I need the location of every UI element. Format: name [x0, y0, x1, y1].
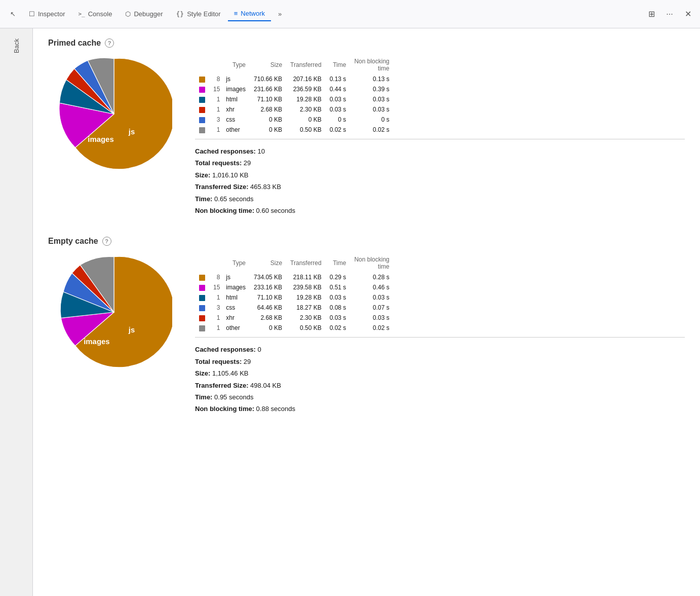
- primed-cache-chart-table: js images Type Size Transfer: [48, 56, 685, 216]
- col-type: Type: [224, 56, 250, 74]
- row-swatch: [195, 125, 209, 135]
- responsive-design-button[interactable]: ⊞: [643, 6, 659, 22]
- row-swatch: [195, 292, 209, 303]
- style-editor-icon: {}: [176, 10, 184, 18]
- col-size: Size: [250, 56, 286, 74]
- row-transferred: 2.30 KB: [286, 104, 326, 115]
- row-type: css: [224, 115, 250, 125]
- network-button[interactable]: ≡ Network: [228, 7, 271, 21]
- row-nonblocking: 0.13 s: [350, 74, 393, 84]
- summary-line: Transferred Size: 498.04 KB: [195, 380, 685, 391]
- table-row: 1 xhr 2.68 KB 2.30 KB 0.03 s 0.03 s: [195, 313, 394, 323]
- toolbar: ↖ ☐ Inspector >_ Console ⬡ Debugger {} S…: [0, 0, 700, 28]
- row-transferred: 0.50 KB: [286, 323, 326, 333]
- row-transferred: 2.30 KB: [286, 313, 326, 323]
- col-count: [209, 56, 224, 74]
- primed-cache-table-container: Type Size Transferred Time Non blockingt…: [195, 56, 685, 216]
- row-count: 8: [209, 74, 224, 84]
- row-count: 1: [209, 125, 224, 135]
- row-transferred: 218.11 KB: [286, 272, 326, 282]
- row-time: 0.02 s: [326, 323, 351, 333]
- primed-cache-help-icon[interactable]: ?: [105, 39, 114, 48]
- row-size: 71.10 KB: [250, 292, 286, 303]
- row-transferred: 236.59 KB: [286, 84, 326, 94]
- summary-line: Cached responses: 10: [195, 145, 685, 157]
- row-swatch: [195, 84, 209, 94]
- row-transferred: 19.28 KB: [286, 292, 326, 303]
- primed-cache-table: Type Size Transferred Time Non blockingt…: [195, 56, 394, 135]
- sidebar: Back: [0, 28, 33, 596]
- empty-cache-header: Empty cache ?: [48, 237, 685, 246]
- row-size: 710.66 KB: [250, 74, 286, 84]
- inspector-button[interactable]: ☐ Inspector: [23, 7, 71, 21]
- table-row: 3 css 64.46 KB 18.27 KB 0.08 s 0.07 s: [195, 303, 394, 313]
- primed-cache-section: Primed cache ?: [48, 39, 685, 216]
- row-count: 1: [209, 323, 224, 333]
- row-transferred: 0 KB: [286, 115, 326, 125]
- summary-line: Total requests: 29: [195, 356, 685, 367]
- col-size2: Size: [250, 254, 286, 272]
- summary-line: Size: 1,016.10 KB: [195, 169, 685, 181]
- debugger-label: Debugger: [134, 10, 163, 18]
- row-size: 71.10 KB: [250, 94, 286, 104]
- row-size: 0 KB: [250, 125, 286, 135]
- row-count: 1: [209, 104, 224, 115]
- table-row: 1 html 71.10 KB 19.28 KB 0.03 s 0.03 s: [195, 94, 394, 104]
- overflow-button[interactable]: »: [272, 7, 288, 21]
- row-swatch: [195, 303, 209, 313]
- table-row: 1 xhr 2.68 KB 2.30 KB 0.03 s 0.03 s: [195, 104, 394, 115]
- table-row: 3 css 0 KB 0 KB 0 s 0 s: [195, 115, 394, 125]
- cursor-icon: ↖: [10, 10, 16, 18]
- row-type: images: [224, 84, 250, 94]
- console-label: Console: [88, 10, 112, 18]
- summary-line: Size: 1,105.46 KB: [195, 367, 685, 379]
- empty-cache-table: Type Size Transferred Time Non blockingt…: [195, 254, 394, 333]
- row-type: images: [224, 282, 250, 292]
- row-size: 0 KB: [250, 323, 286, 333]
- row-type: js: [224, 272, 250, 282]
- row-transferred: 18.27 KB: [286, 303, 326, 313]
- images-pie-label: images: [88, 135, 113, 143]
- row-transferred: 239.58 KB: [286, 282, 326, 292]
- row-count: 1: [209, 94, 224, 104]
- empty-cache-summary: Cached responses: 0Total requests: 29Siz…: [195, 344, 685, 415]
- images-pie-label-2: images: [84, 338, 109, 346]
- console-icon: >_: [78, 11, 85, 17]
- table-row: 1 other 0 KB 0.50 KB 0.02 s 0.02 s: [195, 323, 394, 333]
- cursor-tool-button[interactable]: ↖: [4, 7, 22, 21]
- table-row: 1 html 71.10 KB 19.28 KB 0.03 s 0.03 s: [195, 292, 394, 303]
- summary-line: Time: 0.65 seconds: [195, 193, 685, 205]
- table-row: 15 images 233.16 KB 239.58 KB 0.51 s 0.4…: [195, 282, 394, 292]
- row-count: 8: [209, 272, 224, 282]
- debugger-button[interactable]: ⬡ Debugger: [119, 7, 169, 21]
- more-options-button[interactable]: ···: [662, 6, 678, 22]
- empty-cache-help-icon[interactable]: ?: [102, 237, 111, 246]
- close-devtools-button[interactable]: ✕: [680, 6, 696, 22]
- summary-line: Total requests: 29: [195, 157, 685, 169]
- js-pie-label-2: js: [128, 326, 135, 334]
- row-swatch: [195, 272, 209, 282]
- main-layout: Back Primed cache ?: [0, 28, 700, 596]
- row-nonblocking: 0.02 s: [350, 323, 393, 333]
- empty-cache-title: Empty cache: [48, 237, 98, 246]
- col-time: Time: [326, 56, 351, 74]
- col-nonblocking: Non blockingtime: [350, 56, 393, 74]
- row-nonblocking: 0.46 s: [350, 282, 393, 292]
- row-nonblocking: 0 s: [350, 115, 393, 125]
- row-count: 15: [209, 84, 224, 94]
- row-type: other: [224, 323, 250, 333]
- col-swatch: [195, 56, 209, 74]
- table-row: 1 other 0 KB 0.50 KB 0.02 s 0.02 s: [195, 125, 394, 135]
- toolbar-right: ⊞ ··· ✕: [643, 6, 696, 22]
- row-nonblocking: 0.39 s: [350, 84, 393, 94]
- col-nonblocking2: Non blockingtime: [350, 254, 393, 272]
- row-size: 2.68 KB: [250, 313, 286, 323]
- overflow-icon: »: [278, 10, 282, 18]
- network-icon: ≡: [234, 10, 238, 17]
- row-swatch: [195, 323, 209, 333]
- row-type: html: [224, 292, 250, 303]
- empty-cache-section: Empty cache ?: [48, 237, 685, 415]
- back-button[interactable]: Back: [9, 34, 24, 57]
- style-editor-button[interactable]: {} Style Editor: [170, 7, 227, 21]
- console-button[interactable]: >_ Console: [72, 7, 118, 21]
